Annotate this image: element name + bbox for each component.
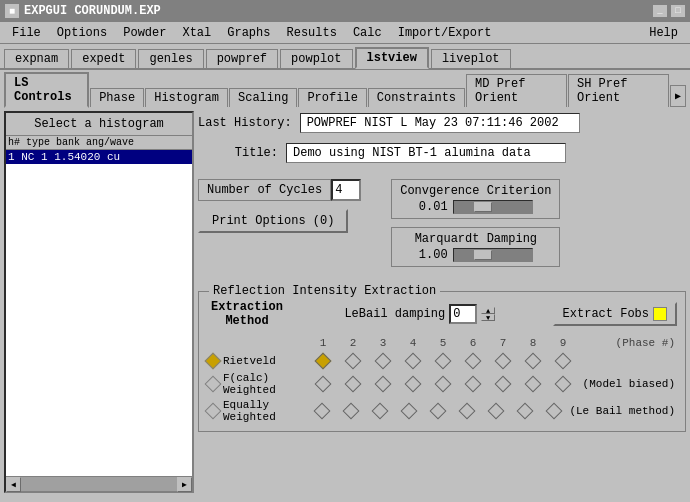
rietveld-radio-3[interactable] — [375, 352, 392, 369]
tab-expnam[interactable]: expnam — [4, 49, 69, 68]
fcalc-radio-1[interactable] — [315, 375, 332, 392]
tab-profile[interactable]: Profile — [298, 88, 366, 107]
tab-powplot[interactable]: powplot — [280, 49, 352, 68]
equally-diamond-icon — [205, 402, 222, 419]
menu-options[interactable]: Options — [49, 24, 115, 42]
tab-more-arrow[interactable]: ▶ — [670, 85, 686, 107]
menu-results[interactable]: Results — [278, 24, 344, 42]
rietveld-radio-6[interactable] — [465, 352, 482, 369]
horizontal-scrollbar[interactable]: ◀ ▶ — [6, 476, 192, 491]
print-options-button[interactable]: Print Options (0) — [198, 209, 348, 233]
rietveld-radio-table[interactable] — [307, 353, 677, 369]
histogram-list[interactable]: 1 NC 1 1.54020 cu — [6, 150, 192, 476]
tab-ls-controls[interactable]: LS Controls — [4, 72, 89, 108]
phase-num-table: 1 2 3 4 5 6 7 8 9 (Phase #) — [307, 335, 677, 351]
cycles-label: Number of Cycles — [198, 179, 331, 201]
menu-calc[interactable]: Calc — [345, 24, 390, 42]
histogram-list-item[interactable]: 1 NC 1 1.54020 cu — [6, 150, 192, 164]
menu-import-export[interactable]: Import/Export — [390, 24, 500, 42]
scroll-left-button[interactable]: ◀ — [6, 477, 21, 492]
phase-num-9: 9 — [549, 337, 577, 349]
lebail-spinbox[interactable]: ▲ ▼ — [481, 307, 495, 321]
equally-radio-8[interactable] — [516, 402, 533, 419]
equally-radio-4[interactable] — [401, 402, 418, 419]
extract-fobs-label: Extract Fobs — [563, 307, 649, 321]
scroll-track[interactable] — [21, 477, 177, 491]
tab-histogram[interactable]: Histogram — [145, 88, 228, 107]
fcalc-radio-table[interactable]: (Model biased) — [307, 376, 677, 392]
rietveld-radio-4[interactable] — [405, 352, 422, 369]
cycles-input[interactable] — [331, 179, 361, 201]
fcalc-radio-5[interactable] — [435, 375, 452, 392]
fcalc-label-row: F(calc) Weighted — [207, 372, 307, 396]
extract-fobs-button[interactable]: Extract Fobs — [553, 302, 677, 326]
fcalc-radio-4[interactable] — [405, 375, 422, 392]
title-value: Demo using NIST BT-1 alumina data — [286, 143, 566, 163]
app-icon[interactable]: ■ — [4, 3, 20, 19]
rietveld-radio-8[interactable] — [525, 352, 542, 369]
convergence-slider-thumb[interactable] — [474, 202, 492, 212]
tab-sh-pref-orient[interactable]: SH Pref Orient — [568, 74, 669, 107]
fcalc-radio-7[interactable] — [495, 375, 512, 392]
lebail-down-arrow[interactable]: ▼ — [481, 314, 495, 321]
extraction-method-line2: Method — [225, 314, 268, 328]
lebail-input[interactable] — [449, 304, 477, 324]
menu-help[interactable]: Help — [641, 24, 686, 42]
rietveld-radio-5[interactable] — [435, 352, 452, 369]
equally-radio-2[interactable] — [343, 402, 360, 419]
tab-lstview[interactable]: lstview — [355, 47, 429, 69]
marquardt-slider-thumb[interactable] — [474, 250, 492, 260]
left-panel: Select a histogram h# type bank ang/wave… — [4, 111, 194, 493]
tab-expedt[interactable]: expedt — [71, 49, 136, 68]
tab-phase[interactable]: Phase — [90, 88, 144, 107]
equally-radio-table[interactable]: (Le Bail method) — [307, 403, 677, 419]
window-title: EXPGUI CORUNDUM.EXP — [24, 4, 161, 18]
phase-num-7: 7 — [489, 337, 517, 349]
equally-radio-3[interactable] — [372, 402, 389, 419]
rietveld-radio-2[interactable] — [345, 352, 362, 369]
reflection-section: Reflection Intensity Extraction Extracti… — [198, 291, 686, 432]
rietveld-radio-7[interactable] — [495, 352, 512, 369]
phase-num-3: 3 — [369, 337, 397, 349]
menu-file[interactable]: File — [4, 24, 49, 42]
rietveld-radio-9[interactable] — [555, 352, 572, 369]
phase-num-2: 2 — [339, 337, 367, 349]
tab-genles[interactable]: genles — [138, 49, 203, 68]
equally-radio-1[interactable] — [314, 402, 331, 419]
last-history-value: POWPREF NIST L May 23 07:11:46 2002 — [300, 113, 580, 133]
menu-powder[interactable]: Powder — [115, 24, 174, 42]
fcalc-radio-3[interactable] — [375, 375, 392, 392]
menu-graphs[interactable]: Graphs — [219, 24, 278, 42]
menu-xtal[interactable]: Xtal — [174, 24, 219, 42]
extract-fobs-indicator — [653, 307, 667, 321]
tab-powpref[interactable]: powpref — [206, 49, 278, 68]
marquardt-damping-label: Marquardt Damping — [415, 232, 537, 246]
maximize-button[interactable]: □ — [670, 4, 686, 18]
phase-num-8: 8 — [519, 337, 547, 349]
cycles-row: Number of Cycles — [198, 179, 361, 201]
col-header-label: h# type bank ang/wave — [8, 137, 134, 148]
lebail-label: LeBail damping — [344, 307, 445, 321]
marquardt-damping-box: Marquardt Damping 1.00 — [391, 227, 560, 267]
marquardt-slider[interactable] — [453, 248, 533, 262]
fcalc-radio-2[interactable] — [345, 375, 362, 392]
fcalc-radio-9[interactable] — [555, 375, 572, 392]
right-panel: Last History: POWPREF NIST L May 23 07:1… — [198, 111, 686, 493]
equally-radio-7[interactable] — [487, 402, 504, 419]
tab-liveplot[interactable]: liveplot — [431, 49, 511, 68]
fcalc-diamond-icon — [205, 375, 222, 392]
tab-md-pref-orient[interactable]: MD Pref Orient — [466, 74, 567, 107]
scroll-right-button[interactable]: ▶ — [177, 477, 192, 492]
rietveld-diamond-icon — [205, 352, 222, 369]
tab-scaling[interactable]: Scaling — [229, 88, 297, 107]
equally-radio-6[interactable] — [459, 402, 476, 419]
tab-constraints[interactable]: Constraints — [368, 88, 465, 107]
fcalc-radio-8[interactable] — [525, 375, 542, 392]
minimize-button[interactable]: _ — [652, 4, 668, 18]
convergence-slider[interactable] — [453, 200, 533, 214]
equally-radio-5[interactable] — [430, 402, 447, 419]
rietveld-radio-1[interactable] — [315, 352, 332, 369]
equally-radio-9[interactable] — [545, 402, 562, 419]
fcalc-radio-6[interactable] — [465, 375, 482, 392]
equally-label-row: Equally Weighted — [207, 399, 307, 423]
